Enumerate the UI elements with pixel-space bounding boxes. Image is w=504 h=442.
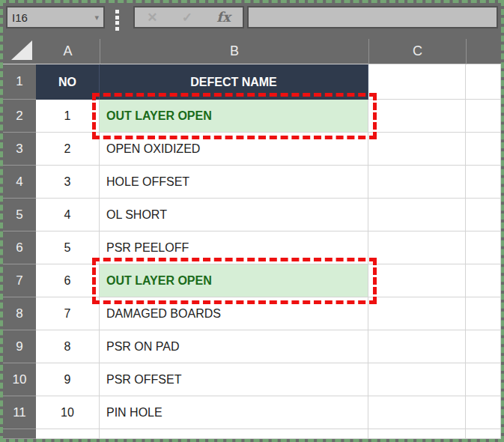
cell-a7[interactable]: 6 — [36, 264, 100, 297]
cell-d4[interactable] — [466, 166, 501, 199]
cell-d5[interactable] — [466, 199, 501, 231]
cell-a4[interactable]: 3 — [36, 166, 100, 199]
chevron-down-icon[interactable]: ▾ — [94, 13, 99, 22]
formula-input[interactable] — [249, 7, 497, 27]
cell-a9[interactable]: 8 — [36, 330, 100, 363]
cell-c12-partial[interactable] — [368, 429, 466, 439]
cell-a3[interactable]: 2 — [36, 133, 100, 166]
formula-button-group: ✕ ✓ fx — [133, 6, 244, 28]
cell-a8[interactable]: 7 — [36, 297, 100, 330]
enter-icon[interactable]: ✓ — [177, 11, 197, 24]
row-header-4[interactable]: 4 — [3, 166, 36, 199]
cell-d3[interactable] — [466, 133, 501, 166]
row-header-7[interactable]: 7 — [3, 264, 36, 297]
cell-d12-partial[interactable] — [466, 429, 501, 439]
row-header-10[interactable]: 10 — [3, 363, 36, 396]
formula-bar[interactable] — [247, 6, 498, 28]
cell-c5[interactable] — [368, 199, 466, 231]
column-header-a[interactable]: A — [36, 39, 100, 64]
cell-c4[interactable] — [368, 166, 466, 199]
cell-b6[interactable]: PSR PEELOFF — [100, 231, 368, 264]
row-header-2[interactable]: 2 — [3, 100, 36, 133]
spreadsheet-window: I16 ▾ ✕ ✓ fx A B C 1 NO DEFECT NAME 2 1 … — [0, 0, 504, 442]
select-all-corner[interactable] — [3, 39, 36, 64]
cell-b12-partial[interactable] — [100, 429, 368, 439]
cell-a5[interactable]: 4 — [36, 199, 100, 231]
row-header-8[interactable]: 8 — [3, 297, 36, 330]
cell-d7[interactable] — [466, 264, 501, 297]
cell-d8[interactable] — [466, 297, 501, 330]
row-header-9[interactable]: 9 — [3, 330, 36, 363]
cell-c2[interactable] — [368, 100, 466, 133]
column-header-b[interactable]: B — [100, 39, 368, 64]
cell-a11[interactable]: 10 — [36, 396, 100, 429]
grip-dots-icon[interactable] — [115, 10, 120, 31]
cell-b5[interactable]: OL SHORT — [100, 199, 368, 231]
row-header-12-partial[interactable] — [3, 429, 36, 439]
cell-b7-highlighted[interactable]: OUT LAYER OPEN — [100, 264, 368, 297]
cell-a1-no-header[interactable]: NO — [36, 64, 100, 100]
cell-d6[interactable] — [466, 231, 501, 264]
cell-c1[interactable] — [368, 64, 466, 100]
cell-a10[interactable]: 9 — [36, 363, 100, 396]
cell-b1-defect-name-header[interactable]: DEFECT NAME — [100, 64, 368, 100]
cell-d11[interactable] — [466, 396, 501, 429]
column-header-c[interactable]: C — [368, 39, 466, 64]
formula-toolbar: I16 ▾ ✕ ✓ fx — [3, 3, 501, 39]
cell-b11[interactable]: PIN HOLE — [100, 396, 368, 429]
row-header-6[interactable]: 6 — [3, 231, 36, 264]
cell-c6[interactable] — [368, 231, 466, 264]
cell-d9[interactable] — [466, 330, 501, 363]
cell-a12-partial[interactable] — [36, 429, 100, 439]
column-header-partial[interactable] — [466, 39, 501, 64]
worksheet-grid: A B C 1 NO DEFECT NAME 2 1 OUT LAYER OPE… — [3, 39, 501, 439]
cell-d1[interactable] — [466, 64, 501, 100]
cell-c9[interactable] — [368, 330, 466, 363]
cell-d10[interactable] — [466, 363, 501, 396]
row-header-1[interactable]: 1 — [3, 64, 36, 100]
cell-b10[interactable]: PSR OFFSET — [100, 363, 368, 396]
name-box-value: I16 — [12, 11, 94, 24]
cell-c3[interactable] — [368, 133, 466, 166]
cell-c11[interactable] — [368, 396, 466, 429]
row-header-5[interactable]: 5 — [3, 199, 36, 231]
cell-c8[interactable] — [368, 297, 466, 330]
name-box[interactable]: I16 ▾ — [6, 6, 105, 28]
cell-d2[interactable] — [466, 100, 501, 133]
cell-b3[interactable]: OPEN OXIDIZED — [100, 133, 368, 166]
cell-b4[interactable]: HOLE OFFSET — [100, 166, 368, 199]
cell-b8[interactable]: DAMAGED BOARDS — [100, 297, 368, 330]
cell-c10[interactable] — [368, 363, 466, 396]
cell-a6[interactable]: 5 — [36, 231, 100, 264]
cell-c7[interactable] — [368, 264, 466, 297]
row-header-11[interactable]: 11 — [3, 396, 36, 429]
cell-b2-highlighted[interactable]: OUT LAYER OPEN — [100, 100, 368, 133]
cell-b9[interactable]: PSR ON PAD — [100, 330, 368, 363]
insert-function-icon[interactable]: fx — [212, 10, 234, 24]
cancel-icon[interactable]: ✕ — [142, 11, 162, 24]
row-header-3[interactable]: 3 — [3, 133, 36, 166]
select-all-triangle-icon — [11, 40, 32, 60]
cell-a2[interactable]: 1 — [36, 100, 100, 133]
